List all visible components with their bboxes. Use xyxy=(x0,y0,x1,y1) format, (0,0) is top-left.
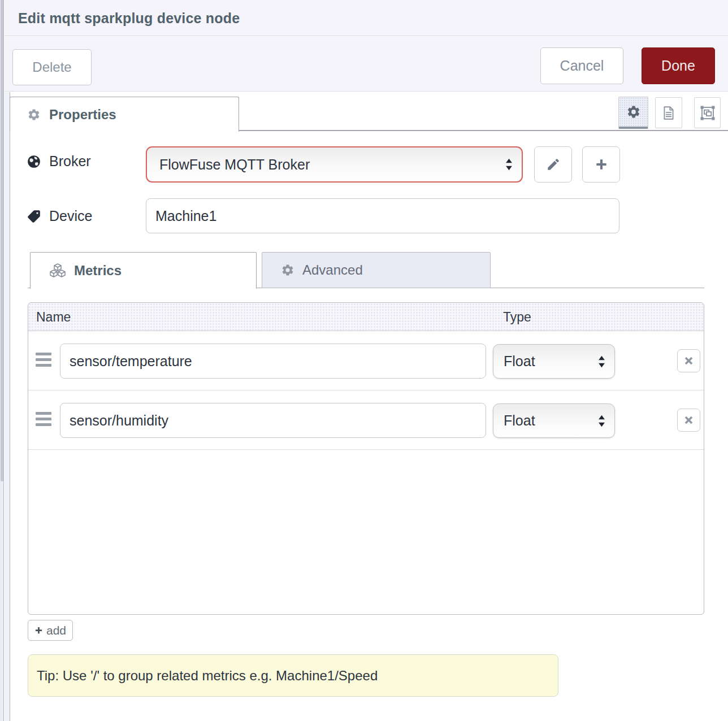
remove-x-icon xyxy=(684,356,694,366)
metric-type-value: Float xyxy=(504,353,535,370)
metric-row: Float xyxy=(28,390,704,450)
gear-icon xyxy=(27,108,41,121)
metrics-list-header: Name Type xyxy=(28,303,704,331)
tab-advanced[interactable]: Advanced xyxy=(262,252,491,288)
gear-icon xyxy=(626,105,641,119)
add-broker-button[interactable] xyxy=(582,146,620,183)
gear-icon xyxy=(281,263,294,277)
tab-row-divider xyxy=(239,130,728,131)
metric-name-input[interactable] xyxy=(60,403,486,438)
drag-handle-icon[interactable] xyxy=(36,412,51,426)
column-header-type: Type xyxy=(503,310,531,325)
tab-metrics[interactable]: Metrics xyxy=(30,252,257,289)
tab-advanced-label: Advanced xyxy=(302,262,363,278)
column-header-name: Name xyxy=(36,310,71,325)
plus-icon xyxy=(594,157,609,172)
plus-icon xyxy=(34,626,43,635)
broker-label: Broker xyxy=(27,153,91,170)
metric-name-input[interactable] xyxy=(60,344,486,379)
cancel-button[interactable]: Cancel xyxy=(540,47,623,84)
dialog-title: Edit mqtt sparkplug device node xyxy=(18,10,240,27)
metric-type-value: Float xyxy=(504,412,535,429)
remove-x-icon xyxy=(684,415,694,425)
device-label: Device xyxy=(27,208,92,224)
remove-metric-button[interactable] xyxy=(677,349,700,372)
appearance-icon xyxy=(699,105,716,121)
pencil-icon xyxy=(546,157,561,172)
metrics-list: Name Type Float xyxy=(28,302,704,615)
add-metric-label: add xyxy=(46,624,66,637)
metric-type-select[interactable]: Float xyxy=(493,403,615,438)
tray-header: Edit mqtt sparkplug device node xyxy=(5,0,728,36)
metric-type-select[interactable]: Float xyxy=(493,344,615,379)
edit-broker-button[interactable] xyxy=(534,146,572,183)
tab-button-appearance[interactable] xyxy=(694,97,721,128)
device-input[interactable] xyxy=(146,198,619,233)
cubes-icon xyxy=(49,263,66,279)
add-metric-button[interactable]: add xyxy=(28,620,73,641)
tip-box: Tip: Use '/' to group related metrics e.… xyxy=(28,654,558,697)
delete-button[interactable]: Delete xyxy=(12,49,92,85)
drag-handle-icon[interactable] xyxy=(36,353,51,367)
done-button[interactable]: Done xyxy=(642,47,715,84)
tab-button-description[interactable] xyxy=(655,97,682,128)
remove-metric-button[interactable] xyxy=(677,409,700,432)
tip-text: Tip: Use '/' to group related metrics e.… xyxy=(37,668,378,684)
edit-tray: Edit mqtt sparkplug device node Delete C… xyxy=(3,0,728,721)
globe-icon xyxy=(27,154,41,169)
node-red-edit-dialog: Edit mqtt sparkplug device node Delete C… xyxy=(0,0,728,721)
properties-panel: Properties xyxy=(10,92,728,721)
tab-button-properties-gear[interactable] xyxy=(618,97,648,129)
metric-row: Float xyxy=(28,331,704,390)
chevron-updown-icon xyxy=(598,355,605,367)
tag-icon xyxy=(27,209,41,224)
tab-metrics-label: Metrics xyxy=(74,263,122,279)
tab-properties-label: Properties xyxy=(49,107,116,123)
tray-toolbar: Delete Cancel Done xyxy=(5,37,728,92)
document-icon xyxy=(661,105,677,121)
broker-select[interactable]: FlowFuse MQTT Broker xyxy=(146,146,523,183)
chevron-updown-icon xyxy=(598,415,605,427)
chevron-updown-icon xyxy=(505,159,513,171)
broker-select-value: FlowFuse MQTT Broker xyxy=(159,157,310,173)
tab-properties[interactable]: Properties xyxy=(10,97,239,132)
